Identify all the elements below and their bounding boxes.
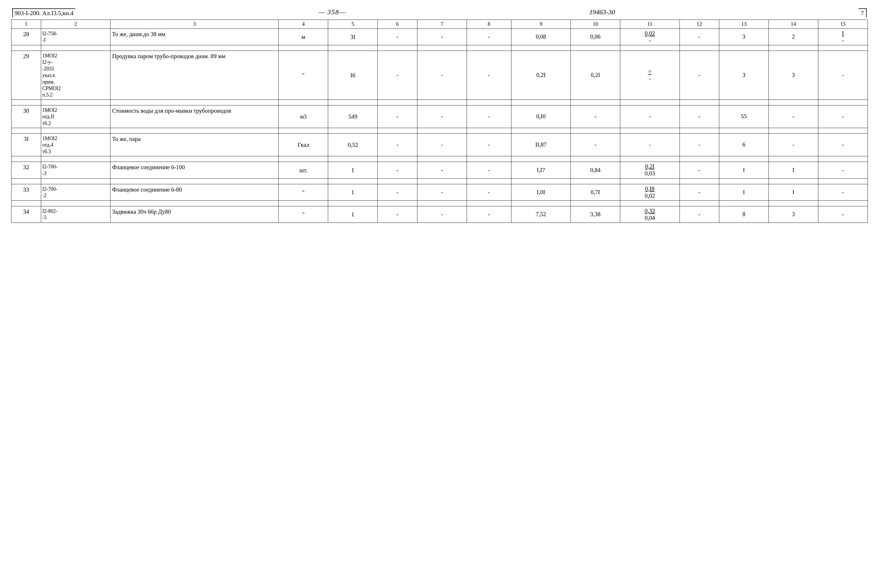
col-header-5: 5: [328, 20, 378, 29]
table-row: 3I1МОI2отд.4тб.3То же, параГкал0,52---II…: [12, 134, 868, 156]
col-header-6: 6: [378, 20, 418, 29]
table-row: 34I2-802--5Задвижка 30ч 66р Ду80"I---7,5…: [12, 206, 868, 222]
spacer-row: [12, 178, 868, 184]
col-header-2: 2: [41, 20, 111, 29]
header-left: 903-I-200. Ал.I3.5,кн.4: [12, 8, 75, 17]
spacer-row: [12, 156, 868, 162]
page-header: 903-I-200. Ал.I3.5,кн.4 — 358— 19463-30 …: [11, 8, 868, 17]
header-center: — 358—: [319, 8, 346, 16]
col-header-11: 11: [620, 20, 679, 29]
header-row: 1 2 3 4 5 6 7 8 9 10 11 12 13 14 15: [12, 20, 868, 29]
col-header-10: 10: [571, 20, 620, 29]
col-header-4: 4: [279, 20, 328, 29]
header-right: 19463-30: [589, 8, 615, 16]
spacer-row: [12, 99, 868, 105]
main-table: 1 2 3 4 5 6 7 8 9 10 11 12 13 14 15 28I2…: [11, 20, 868, 223]
col-header-1: 1: [12, 20, 41, 29]
page-corner: 7: [859, 8, 867, 17]
table-row: 28I2-758--IТо же, диам.до 38 ммм3I---0,0…: [12, 28, 868, 45]
table-row: 32I2-700--3Фланцевое соединение 6-100шт.…: [12, 162, 868, 178]
col-header-8: 8: [467, 20, 511, 29]
table-row: 291МОI2I2-у--2033указ.кприм.СРМОI2п.5.2П…: [12, 51, 868, 100]
spacer-row: [12, 128, 868, 134]
col-header-7: 7: [417, 20, 467, 29]
col-header-13: 13: [719, 20, 769, 29]
col-header-3: 3: [110, 20, 279, 29]
col-header-14: 14: [768, 20, 818, 29]
col-header-12: 12: [679, 20, 719, 29]
spacer-row: [12, 45, 868, 51]
table-row: 33I2-700--2Фланцевое соединение 6-80"I--…: [12, 184, 868, 201]
col-header-15: 15: [818, 20, 867, 29]
table-row: 301МОI2отд.IIтб.2Стоимость воды для про-…: [12, 105, 868, 128]
spacer-row: [12, 201, 868, 206]
col-header-9: 9: [511, 20, 570, 29]
